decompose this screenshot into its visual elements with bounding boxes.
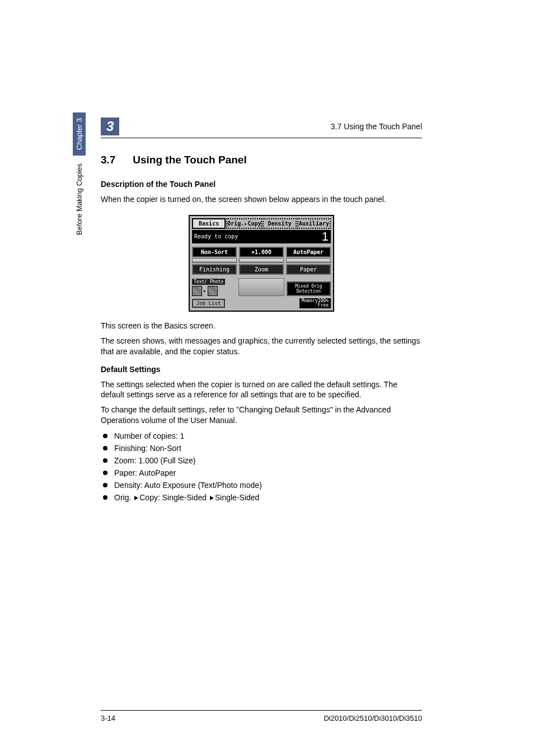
tp-text-photo: Text/ Photo <box>192 279 225 285</box>
tp-ae-arrow-icon: ▸ <box>203 288 207 294</box>
tp-lower-mid <box>238 278 284 296</box>
section-title-text: Using the Touch Panel <box>133 154 246 166</box>
tp-status-bar: Ready to copy 1 <box>192 230 331 243</box>
tp-btn-nonsort: Non-Sort <box>192 247 237 257</box>
footer-models: Di2010/Di2510/Di3010/Di3510 <box>324 714 422 722</box>
tp-memory: Memory100% Free <box>299 298 331 308</box>
tp-ae-box-right <box>208 286 218 296</box>
b6-mid: Copy: Single-Sided <box>139 493 209 502</box>
tp-tab-origcopy: Orig.▸Copy <box>226 218 262 229</box>
tp-btn-zoomval: ×1.000 <box>239 247 284 257</box>
list-item: Number of copies: 1 <box>101 431 422 440</box>
running-header: 3 3.7 Using the Touch Panel <box>101 118 422 138</box>
touch-panel-screenshot: Basics Orig.▸Copy Density Auxiliary Read… <box>189 215 334 312</box>
footer-page-number: 3-14 <box>101 714 115 722</box>
default-p2: To change the default settings, refer to… <box>101 405 422 426</box>
section-title: 3.7 Using the Touch Panel <box>101 154 422 166</box>
default-settings-list: Number of copies: 1 Finishing: Non-Sort … <box>101 431 422 502</box>
arrow-icon <box>210 496 214 500</box>
tp-tab-auxiliary: Auxiliary <box>297 218 331 229</box>
arrow-icon <box>134 496 138 500</box>
intro-text: When the copier is turned on, the screen… <box>101 194 422 205</box>
tp-mixed-orig: Mixed Orig Detection <box>287 281 331 296</box>
tp-lbl-paper: Paper <box>286 264 331 275</box>
tp-lbl-zoom: Zoom <box>239 264 284 275</box>
chapter-badge: 3 <box>101 118 119 135</box>
section-number: 3.7 <box>101 154 130 166</box>
list-item: Finishing: Non-Sort <box>101 444 422 453</box>
tp-ae-box-left <box>192 286 202 296</box>
running-head-text: 3.7 Using the Touch Panel <box>331 122 422 131</box>
tp-memory-label: Memory <box>302 298 318 303</box>
list-item: Orig. Copy: Single-Sided Single-Sided <box>101 493 422 502</box>
list-item: Density: Auto Exposure (Text/Photo mode) <box>101 481 422 490</box>
default-p1: The settings selected when the copier is… <box>101 379 422 401</box>
list-item: Paper: AutoPaper <box>101 468 422 477</box>
tp-auto-exposure: ▸ <box>192 286 236 296</box>
b6-pre: Orig. <box>114 493 133 502</box>
tp-lbl-finishing: Finishing <box>192 264 237 275</box>
tp-tab-basics: Basics <box>192 218 226 229</box>
subheading-default-settings: Default Settings <box>101 365 422 374</box>
page-footer: 3-14 Di2010/Di2510/Di3010/Di3510 <box>101 710 422 722</box>
tp-btn-autopaper: AutoPaper <box>286 247 331 257</box>
tp-status-text: Ready to copy <box>194 233 238 240</box>
b6-post: Single-Sided <box>215 493 259 502</box>
tp-joblist: Job List <box>192 299 225 308</box>
tp-tab-density: Density <box>263 218 296 229</box>
after-panel-line2: The screen shows, with messages and grap… <box>101 336 422 357</box>
tp-copy-count: 1 <box>322 231 329 242</box>
subheading-description: Description of the Touch Panel <box>101 180 422 189</box>
list-item: Zoom: 1.000 (Full Size) <box>101 456 422 465</box>
tp-memory-free: Free <box>318 303 329 308</box>
after-panel-line1: This screen is the Basics screen. <box>101 321 422 331</box>
